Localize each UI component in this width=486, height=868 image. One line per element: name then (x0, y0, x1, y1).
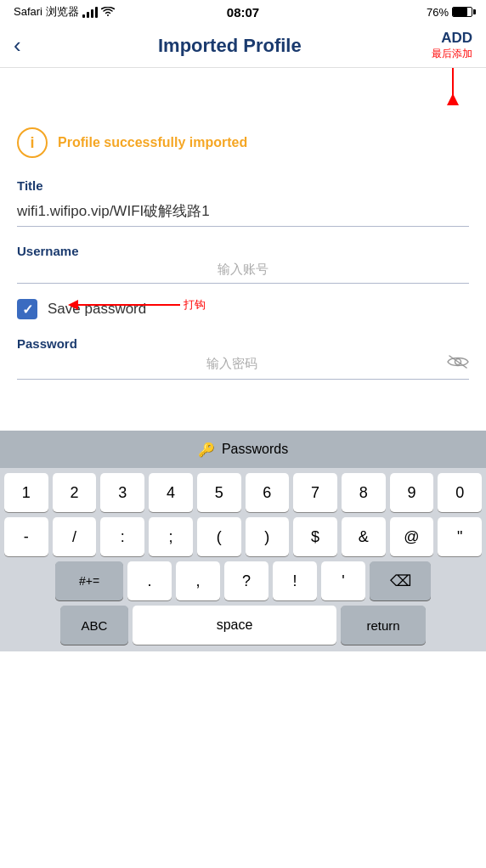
status-bar: Safari 浏览器 08:07 76% (0, 0, 486, 24)
username-annotation-area: 输入账号 (17, 262, 469, 285)
left-arrow-annotation: 打钩 (68, 297, 206, 313)
add-annotation: 最后添加 (432, 47, 472, 61)
key-lparen[interactable]: ( (197, 517, 241, 556)
key-4[interactable]: 4 (149, 473, 193, 512)
key-space[interactable]: space (133, 606, 336, 645)
back-button[interactable]: ‹ (14, 29, 28, 62)
key-period[interactable]: . (127, 561, 172, 600)
key-question[interactable]: ? (224, 561, 268, 600)
battery-icon (452, 7, 472, 17)
key-8[interactable]: 8 (342, 473, 386, 512)
status-battery-pct: 76% (427, 6, 449, 19)
username-placeholder: 输入账号 (17, 262, 469, 278)
keyboard-row-more: #+= . , ? ! ' ⌫ (0, 556, 486, 600)
key-3[interactable]: 3 (100, 473, 144, 512)
backspace-icon: ⌫ (390, 572, 411, 590)
status-right: 76% (427, 6, 472, 19)
info-banner: i Profile successfully imported (17, 127, 469, 158)
key-5[interactable]: 5 (197, 473, 241, 512)
key-dollar[interactable]: $ (293, 517, 337, 556)
keyboard-row-symbols: - / : ; ( ) $ & @ " (0, 512, 486, 556)
username-input-row: 输入账号 (17, 262, 469, 284)
content-spacer (0, 397, 486, 431)
key-0[interactable]: 0 (438, 473, 482, 512)
key-return[interactable]: return (341, 606, 426, 645)
password-label: Password (17, 336, 469, 351)
key-colon[interactable]: : (100, 517, 144, 556)
key-icon: 🔑 (198, 442, 215, 458)
status-carrier: Safari 浏览器 (14, 4, 115, 20)
signal-icon (82, 6, 98, 18)
key-apostrophe[interactable]: ' (321, 561, 365, 600)
key-dash[interactable]: - (4, 517, 48, 556)
keyboard-toolbar: 🔑 Passwords (0, 431, 486, 468)
info-text: Profile successfully imported (58, 135, 247, 150)
key-at[interactable]: @ (390, 517, 434, 556)
key-quote[interactable]: " (438, 517, 482, 556)
keyboard-toolbar-right-spacer (427, 431, 486, 468)
title-value: wifi1.wifipo.vip/WIFI破解线路1 (17, 196, 469, 227)
add-button[interactable]: ADD (441, 30, 472, 47)
keyboard-toolbar-left-spacer (0, 431, 59, 468)
key-1[interactable]: 1 (4, 473, 48, 512)
key-comma[interactable]: , (176, 561, 220, 600)
up-arrow (447, 68, 459, 105)
key-rparen[interactable]: ) (246, 517, 290, 556)
checkbox-area: ✓ Save password 打钩 (17, 299, 469, 319)
key-9[interactable]: 9 (390, 473, 434, 512)
save-password-checkbox[interactable]: ✓ (17, 299, 37, 319)
carrier-text: Safari 浏览器 (14, 4, 79, 20)
key-exclaim[interactable]: ! (273, 561, 317, 600)
nav-right-area: ADD 最后添加 (432, 30, 472, 61)
key-2[interactable]: 2 (53, 473, 97, 512)
keyboard-passwords-label: 🔑 Passwords (198, 442, 288, 458)
key-6[interactable]: 6 (246, 473, 290, 512)
backspace-key[interactable]: ⌫ (370, 561, 431, 600)
keyboard-row-numbers: 1 2 3 4 5 6 7 8 9 0 (0, 468, 486, 512)
checkmark-icon: ✓ (22, 302, 33, 318)
keyboard: 🔑 Passwords 1 2 3 4 5 6 7 8 9 0 - / : ; … (0, 431, 486, 651)
username-label: Username (17, 244, 469, 258)
key-abc[interactable]: ABC (60, 606, 128, 645)
status-time: 08:07 (227, 5, 259, 20)
arrow-annotation-area (0, 68, 486, 110)
keyboard-row-bottom: ABC space return (0, 600, 486, 651)
eye-icon[interactable] (447, 354, 469, 374)
nav-bar: ‹ Imported Profile ADD 最后添加 (0, 24, 486, 68)
key-semicolon[interactable]: ; (149, 517, 193, 556)
key-hashplus[interactable]: #+= (55, 561, 123, 600)
title-label: Title (17, 178, 469, 193)
password-placeholder: 输入密码 (17, 356, 447, 372)
wifi-icon (101, 7, 115, 17)
password-input-row[interactable]: 输入密码 (17, 354, 469, 380)
key-slash[interactable]: / (53, 517, 97, 556)
nav-title: Imported Profile (158, 35, 302, 57)
check-annotation-text: 打钩 (184, 297, 206, 313)
key-ampersand[interactable]: & (342, 517, 386, 556)
info-icon: i (17, 127, 48, 158)
key-7[interactable]: 7 (293, 473, 337, 512)
content-area: i Profile successfully imported Title wi… (0, 110, 486, 380)
passwords-label: Passwords (222, 442, 288, 457)
